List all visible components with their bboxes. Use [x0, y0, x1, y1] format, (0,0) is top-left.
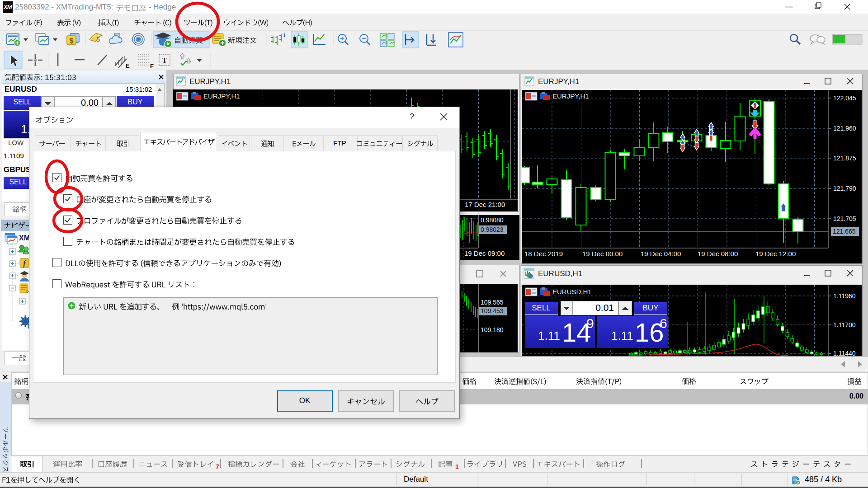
svg-text:5: 5: [97, 36, 100, 43]
svg-text:T: T: [162, 56, 167, 65]
svg-text:1: 1: [283, 33, 286, 38]
svg-text:$: $: [70, 37, 74, 45]
svg-text:F: F: [150, 63, 154, 70]
svg-text:E: E: [126, 62, 130, 69]
